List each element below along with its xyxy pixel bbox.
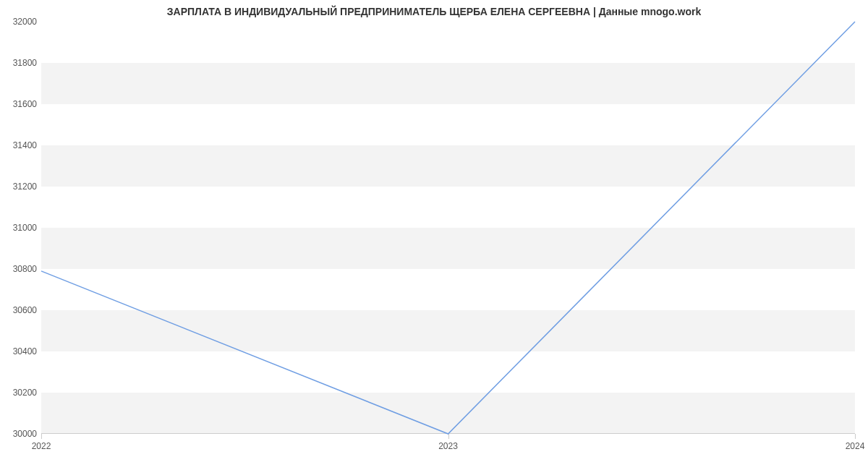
salary-line-chart: ЗАРПЛАТА В ИНДИВИДУАЛЬНЫЙ ПРЕДПРИНИМАТЕЛ… [0,0,868,470]
x-tick-label: 2023 [438,441,458,451]
y-tick-label: 30400 [5,346,41,356]
x-tick-label: 2022 [32,441,51,451]
chart-title: ЗАРПЛАТА В ИНДИВИДУАЛЬНЫЙ ПРЕДПРИНИМАТЕЛ… [0,6,868,17]
y-tick-label: 30200 [5,388,41,398]
y-tick-label: 31600 [5,99,41,109]
x-tick [448,434,449,439]
y-tick-label: 32000 [5,17,41,27]
y-tick-label: 30600 [5,305,41,315]
y-tick-label: 31400 [5,140,41,150]
x-tick [41,434,42,439]
data-series-line [41,22,855,434]
y-tick-label: 31800 [5,58,41,68]
y-tick-label: 31000 [5,223,41,233]
x-tick-label: 2024 [846,441,865,451]
y-tick-label: 30000 [5,429,41,439]
y-tick-label: 30800 [5,264,41,274]
plot-area: 3000030200304003060030800310003120031400… [41,22,855,434]
x-tick [855,434,856,439]
line-plot-svg [41,22,855,434]
y-tick-label: 31200 [5,181,41,192]
